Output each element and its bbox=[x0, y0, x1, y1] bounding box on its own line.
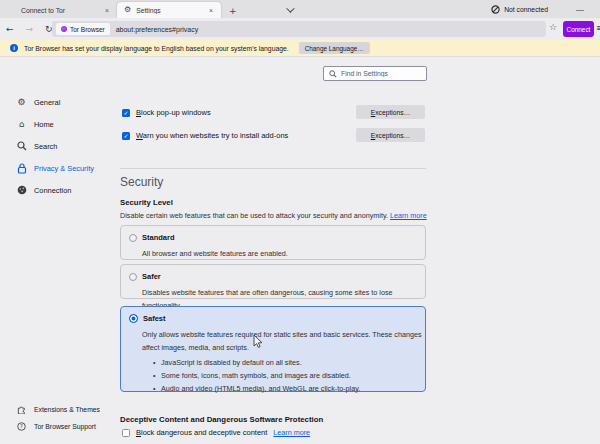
search-input[interactable] bbox=[341, 70, 421, 77]
warn-addons-label: Warn you when websites try to install ad… bbox=[136, 131, 288, 140]
standard-radio[interactable] bbox=[129, 234, 137, 242]
block-popups-row: ✓ Block pop-up windows bbox=[122, 108, 211, 117]
safest-bullet: JavaScript is disabled by default on all… bbox=[153, 357, 417, 370]
sidebar-item-label: Tor Browser Support bbox=[34, 423, 96, 430]
popup-exceptions-button[interactable]: Exceptions… bbox=[356, 105, 425, 119]
notification-message: Tor Browser has set your display languag… bbox=[24, 45, 289, 52]
circuit-icon bbox=[16, 185, 27, 195]
puzzle-piece-icon bbox=[16, 405, 27, 414]
info-icon: i bbox=[10, 44, 18, 52]
tab-settings[interactable]: ⚙ Settings × bbox=[117, 2, 221, 18]
forward-button: → bbox=[20, 25, 40, 34]
minimize-window-button[interactable]: — bbox=[558, 5, 594, 14]
security-option-safer[interactable]: Safer Disables website features that are… bbox=[120, 264, 426, 299]
block-deceptive-label: Block dangerous and deceptive content bbox=[136, 428, 267, 437]
connection-status-label: Not connected bbox=[504, 6, 548, 13]
deceptive-learn-more-link[interactable]: Learn more bbox=[273, 428, 310, 437]
change-language-button[interactable]: Change Language… bbox=[299, 42, 370, 54]
warn-addons-checkbox[interactable]: ✓ bbox=[122, 132, 130, 140]
tab-connect-to-tor[interactable]: Connect to Tor × bbox=[14, 2, 117, 18]
sidebar-item-home[interactable]: ⌂ Home bbox=[0, 114, 112, 134]
security-heading: Security bbox=[120, 175, 163, 189]
safer-radio[interactable] bbox=[129, 273, 137, 281]
tor-onion-icon bbox=[61, 26, 67, 32]
sidebar-item-general[interactable]: ⚙ General bbox=[0, 92, 112, 112]
help-question-icon: ? bbox=[16, 422, 27, 431]
option-title: Safest bbox=[143, 314, 166, 323]
security-learn-more-link[interactable]: Learn more bbox=[390, 211, 427, 220]
sidebar-item-label: Extensions & Themes bbox=[34, 406, 100, 413]
safest-bullet: Some fonts, icons, math symbols, and ima… bbox=[153, 370, 417, 383]
warn-addons-row: ✓ Warn you when websites try to install … bbox=[122, 131, 288, 140]
back-button[interactable]: ← bbox=[0, 25, 20, 34]
connect-button[interactable]: Connect bbox=[563, 21, 594, 37]
sidebar-item-label: Home bbox=[34, 120, 54, 129]
find-in-settings-box[interactable] bbox=[323, 66, 427, 81]
option-title: Standard bbox=[142, 233, 175, 242]
safest-bullet-list: JavaScript is disabled by default on all… bbox=[153, 357, 417, 396]
url-bar[interactable]: Tor Browser about:preferences#privacy bbox=[52, 21, 546, 37]
tab-label: Connect to Tor bbox=[21, 7, 99, 14]
block-popups-label: Block pop-up windows bbox=[136, 108, 211, 117]
bookmark-star-icon[interactable]: ☆ bbox=[549, 23, 557, 32]
settings-main-pane: ✓ Block pop-up windows Exceptions… ✓ War… bbox=[112, 57, 600, 444]
settings-sidebar: ⚙ General ⌂ Home Search Privacy & Securi… bbox=[0, 57, 112, 444]
site-identity-chip[interactable]: Tor Browser bbox=[56, 23, 110, 35]
sidebar-item-label: Connection bbox=[34, 186, 71, 195]
url-text: about:preferences#privacy bbox=[116, 26, 199, 33]
sidebar-item-privacy-security[interactable]: Privacy & Security bbox=[0, 158, 112, 178]
safest-bullet: Audio and video (HTML5 media), and WebGL… bbox=[153, 383, 417, 396]
safest-radio[interactable] bbox=[129, 314, 138, 323]
search-icon bbox=[329, 70, 337, 78]
lock-icon bbox=[16, 163, 27, 174]
block-deceptive-row: Block dangerous and deceptive content Le… bbox=[122, 428, 310, 437]
sidebar-item-support[interactable]: ? Tor Browser Support bbox=[0, 418, 112, 434]
security-level-heading: Security Level bbox=[120, 198, 173, 207]
block-deceptive-checkbox[interactable] bbox=[122, 429, 130, 437]
sidebar-item-extensions-themes[interactable]: Extensions & Themes bbox=[0, 401, 112, 417]
new-tab-button[interactable]: + bbox=[221, 7, 245, 18]
security-level-description: Disable certain web features that can be… bbox=[120, 211, 427, 220]
home-icon: ⌂ bbox=[16, 120, 27, 129]
block-popups-checkbox[interactable]: ✓ bbox=[122, 109, 130, 117]
option-description: All browser and website features are ena… bbox=[142, 248, 427, 261]
close-tab-icon[interactable]: × bbox=[208, 7, 214, 14]
sidebar-item-connection[interactable]: Connection bbox=[0, 180, 112, 200]
list-all-tabs-chevron-icon[interactable] bbox=[286, 4, 294, 12]
tab-label: Settings bbox=[136, 7, 203, 14]
app-menu-icon[interactable]: ≡ bbox=[596, 24, 600, 33]
deceptive-content-heading: Deceptive Content and Dangerous Software… bbox=[120, 415, 323, 424]
sidebar-item-label: Privacy & Security bbox=[34, 164, 94, 173]
sidebar-item-label: General bbox=[34, 98, 60, 107]
option-title: Safer bbox=[142, 272, 161, 281]
navigation-toolbar: ← → ↻ Tor Browser about:preferences#priv… bbox=[0, 18, 600, 40]
search-icon bbox=[16, 141, 27, 151]
security-option-standard[interactable]: Standard All browser and website feature… bbox=[120, 225, 426, 260]
site-identity-label: Tor Browser bbox=[70, 26, 105, 33]
sidebar-item-label: Search bbox=[34, 142, 57, 151]
section-divider bbox=[120, 168, 426, 169]
addons-exceptions-button[interactable]: Exceptions… bbox=[356, 128, 425, 142]
gear-icon: ⚙ bbox=[124, 6, 131, 14]
option-description: Only allows website features required fo… bbox=[142, 329, 427, 354]
tab-strip: Connect to Tor × ⚙ Settings × + Not conn… bbox=[0, 0, 600, 18]
security-option-safest[interactable]: Safest Only allows website features requ… bbox=[120, 306, 426, 392]
not-connected-icon bbox=[491, 5, 500, 14]
connection-status: Not connected bbox=[491, 5, 548, 14]
close-tab-icon[interactable]: × bbox=[104, 7, 110, 14]
language-notification-bar: i Tor Browser has set your display langu… bbox=[0, 40, 600, 57]
gear-icon: ⚙ bbox=[16, 98, 27, 107]
svg-text:?: ? bbox=[20, 423, 23, 429]
mouse-cursor bbox=[253, 334, 264, 349]
sidebar-item-search[interactable]: Search bbox=[0, 136, 112, 156]
